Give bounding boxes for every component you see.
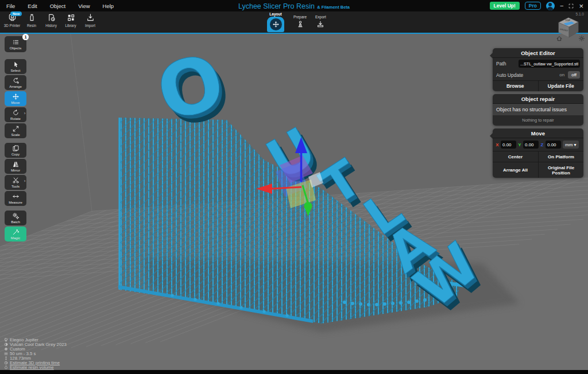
new-badge: New <box>10 11 22 16</box>
copy-tool[interactable]: Copy <box>5 143 26 158</box>
x-axis-label: X <box>495 142 500 147</box>
z-axis-label: Z <box>540 142 544 147</box>
toolbar-item-label: Import <box>85 24 95 28</box>
custom-profile-icon <box>4 347 8 351</box>
mirror-icon <box>12 161 20 168</box>
estimate-resin-volume-link[interactable]: Estimate resin volume <box>4 365 67 369</box>
menu-view[interactable]: View <box>72 3 96 9</box>
tab-layout[interactable]: Layout <box>263 12 288 32</box>
lychee-slicer-window: File Edit Object View Help Lychee Slicer… <box>0 0 588 374</box>
move-panel-title: Move <box>493 128 583 138</box>
objects-label: Objects <box>10 46 22 50</box>
right-panels: Object Editor Path ...STL_outlaw vw_Supp… <box>493 48 583 181</box>
toolbar-item-label: Library <box>65 24 76 28</box>
toolbar-item-label: History <box>45 24 57 28</box>
menu-object[interactable]: Object <box>44 3 72 9</box>
x-axis-input[interactable]: 0.00 <box>501 141 516 149</box>
tab-layout-label: Layout <box>269 12 281 16</box>
print-status-overlay: Elegoo Jupiter Vulcan Cool Dark Grey 202… <box>4 337 67 369</box>
auto-update-label: Auto Update <box>496 72 523 78</box>
rotate-icon <box>12 109 20 116</box>
user-avatar[interactable] <box>546 2 555 10</box>
browse-button[interactable]: Browse <box>493 81 538 91</box>
measure-icon <box>12 193 20 200</box>
toolbar-library[interactable]: Library <box>61 13 80 28</box>
app-title: Lychee Slicer Pro Resin & Filament Beta <box>238 1 350 11</box>
model-height-icon <box>4 356 8 360</box>
printer-icon <box>4 338 8 342</box>
measure-tool[interactable]: Measure <box>5 191 26 206</box>
prepare-supports-icon <box>296 20 304 28</box>
close-button[interactable]: × <box>579 2 583 10</box>
object-editor-panel: Object Editor Path ...STL_outlaw vw_Supp… <box>493 48 583 91</box>
navcube-top-label: TOP <box>565 19 570 22</box>
toolbar-import[interactable]: Import <box>80 13 100 28</box>
menu-help[interactable]: Help <box>96 3 121 9</box>
import-icon <box>86 13 95 22</box>
move-panel: Move X 0.00 Y 0.00 Z 0.00 mm ▾ Center On… <box>493 128 583 178</box>
menu-file[interactable]: File <box>0 3 21 9</box>
app-title-main: Lychee Slicer Pro Resin <box>238 2 315 10</box>
scale-icon <box>12 125 20 133</box>
move-icon <box>12 93 20 100</box>
print-time-icon <box>4 361 8 365</box>
scale-tool[interactable]: Scale <box>5 123 26 138</box>
tool-sidebar: Objects 1 Select Arrange Move Rotate › <box>5 36 26 243</box>
level-up-button[interactable]: Level Up! <box>490 2 520 10</box>
tab-prepare[interactable]: Prepare <box>293 15 307 28</box>
toggle-off[interactable]: off <box>568 71 580 79</box>
resin-icon <box>4 342 8 346</box>
copy-icon <box>12 145 20 152</box>
object-repair-title: Object repair <box>493 94 583 104</box>
titlebar: File Edit Object View Help Lychee Slicer… <box>0 0 588 11</box>
navigation-cube[interactable]: TOP FRONT <box>556 15 581 39</box>
move-tool[interactable]: Move <box>5 91 26 106</box>
toolbar-3d-printer[interactable]: 3D Printer New <box>2 13 22 28</box>
rotate-tool[interactable]: Rotate › <box>5 107 26 122</box>
mirror-tool[interactable]: Mirror <box>5 159 26 174</box>
tools-tool[interactable]: Tools › <box>5 175 26 190</box>
library-icon <box>67 13 75 22</box>
tab-prepare-label: Prepare <box>293 15 307 19</box>
toolbar-accent-line <box>0 33 588 34</box>
update-file-button[interactable]: Update File <box>538 81 584 91</box>
objects-button[interactable]: Objects 1 <box>5 36 26 52</box>
objects-count-badge: 1 <box>22 34 29 40</box>
object-repair-panel: Object repair Object has no structural i… <box>493 94 583 126</box>
tab-layout-pill <box>267 17 284 32</box>
magic-wand-icon <box>12 228 20 236</box>
magic-tool[interactable]: Magic <box>5 227 26 241</box>
toolbar-resin[interactable]: Resin <box>22 13 41 28</box>
maximize-button[interactable] <box>568 3 574 9</box>
on-platform-button[interactable]: On Platform <box>538 151 583 162</box>
z-axis-input[interactable]: 0.00 <box>546 141 561 149</box>
path-input[interactable]: ...STL_outlaw vw_Supported.stl <box>519 60 580 68</box>
bottom-bar <box>0 370 588 374</box>
gears-icon <box>12 212 20 220</box>
unit-dropdown[interactable]: mm ▾ <box>563 141 579 149</box>
center-button[interactable]: Center <box>493 151 538 162</box>
object-editor-title: Object Editor <box>493 48 583 58</box>
select-tool[interactable]: Select <box>5 59 26 74</box>
app-title-suffix: & Filament Beta <box>317 5 350 10</box>
arrange-tool[interactable]: Arrange <box>5 75 26 90</box>
y-axis-input[interactable]: 0.00 <box>523 141 539 149</box>
batch-tool[interactable]: Batch <box>5 211 26 225</box>
toolbar-item-label: Resin <box>27 24 36 28</box>
toolbar-history[interactable]: History <box>41 13 61 28</box>
mode-tabs: Layout Prepare Export <box>258 11 338 33</box>
toolbar-item-label: 3D Printer <box>4 24 20 28</box>
viewport-3d[interactable]: OOOUUUTTTLLLAAAWWW <box>0 34 588 370</box>
pro-badge[interactable]: Pro <box>525 2 541 10</box>
resin-bottle-icon <box>28 13 36 22</box>
toggle-on[interactable]: on <box>557 71 567 79</box>
arrange-all-button[interactable]: Arrange All <box>493 162 538 178</box>
minimize-button[interactable]: − <box>560 3 563 9</box>
menu-edit[interactable]: Edit <box>21 3 43 9</box>
history-icon <box>47 13 56 22</box>
path-label: Path <box>496 61 506 67</box>
original-file-position-button[interactable]: Original File Position <box>538 162 583 178</box>
arrange-icon <box>12 77 20 84</box>
submenu-chevron-icon: › <box>24 178 26 184</box>
tab-export[interactable]: Export <box>315 15 326 28</box>
